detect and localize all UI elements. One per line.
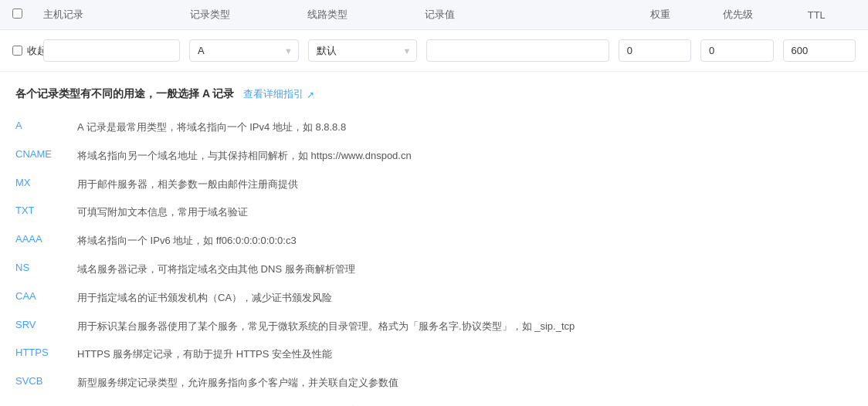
info-title-text: 各个记录类型有不同的用途，一般选择 A 记录 [15, 87, 234, 100]
record-type-info: 各个记录类型有不同的用途，一般选择 A 记录 查看详细指引 ↗ AA 记录是最常… [0, 72, 868, 406]
col-weight-header: 权重 [621, 8, 699, 22]
record-type-label[interactable]: AAAA [15, 227, 77, 255]
header-checkbox-col [12, 8, 43, 21]
record-type-desc: 用于指定发送邮件的服务器，是一种高效的反垃圾邮件解决方案 [77, 398, 853, 406]
type-select[interactable]: A CNAME MX TXT AAAA NS CAA SRV HTTPS SVC… [189, 39, 299, 62]
form-checkbox-col: 收起 [12, 44, 43, 58]
list-item: AAAA将域名指向一个 IPv6 地址，如 ff06:0:0:0:0:0:0:c… [15, 227, 853, 255]
list-item: TXT可填写附加文本信息，常用于域名验证 [15, 198, 853, 227]
add-record-form: 收起 A CNAME MX TXT AAAA NS CAA SRV HTTPS … [0, 30, 868, 72]
detail-link[interactable]: 查看详细指引 ↗ [243, 88, 314, 100]
record-type-desc: 新型服务绑定记录类型，允许服务指向多个客户端，并关联自定义参数值 [77, 369, 853, 398]
col-line-header: 线路类型 [307, 8, 425, 22]
host-input[interactable] [43, 39, 180, 62]
priority-input-col: 0 [700, 39, 782, 62]
record-type-label[interactable]: MX [15, 171, 77, 199]
select-all-checkbox[interactable] [12, 8, 22, 19]
col-priority-header: 优先级 [699, 8, 777, 22]
list-item: SRV用于标识某台服务器使用了某个服务，常见于微软系统的目录管理。格式为「服务名… [15, 313, 853, 341]
record-type-label[interactable]: SRV [15, 313, 77, 341]
ttl-input-col: 600 [783, 39, 856, 62]
list-item: MX用于邮件服务器，相关参数一般由邮件注册商提供 [15, 171, 853, 199]
record-value-input[interactable] [426, 39, 609, 62]
record-type-table: AA 记录是最常用类型，将域名指向一个 IPv4 地址，如 8.8.8.8CNA… [15, 113, 853, 406]
record-type-desc: 将域名指向另一个域名地址，与其保持相同解析，如 https://www.dnsp… [77, 142, 853, 171]
list-item: NS域名服务器记录，可将指定域名交由其他 DNS 服务商解析管理 [15, 255, 853, 284]
record-type-label[interactable]: CAA [15, 284, 77, 313]
info-title: 各个记录类型有不同的用途，一般选择 A 记录 查看详细指引 ↗ [15, 87, 853, 101]
table-header: 主机记录 记录类型 线路类型 记录值 权重 优先级 TTL [0, 0, 868, 30]
priority-input[interactable]: 0 [700, 39, 773, 62]
record-type-desc: 用于标识某台服务器使用了某个服务，常见于微软系统的目录管理。格式为「服务名字.协… [77, 313, 853, 341]
list-item: CAA用于指定域名的证书颁发机构（CA），减少证书颁发风险 [15, 284, 853, 313]
list-item: AA 记录是最常用类型，将域名指向一个 IPv4 地址，如 8.8.8.8 [15, 113, 853, 142]
form-row-checkbox[interactable] [12, 46, 22, 56]
list-item: CNAME将域名指向另一个域名地址，与其保持相同解析，如 https://www… [15, 142, 853, 171]
value-input-col [426, 39, 618, 62]
external-link-icon: ↗ [307, 90, 314, 100]
list-item: HTTPSHTTPS 服务绑定记录，有助于提升 HTTPS 安全性及性能 [15, 340, 853, 369]
ttl-input[interactable]: 600 [783, 39, 856, 62]
record-type-desc: 将域名指向一个 IPv6 地址，如 ff06:0:0:0:0:0:0:c3 [77, 227, 853, 255]
col-value-header: 记录值 [425, 8, 621, 22]
line-select-col: 默认 电信 联通 移动 境外 ▼ [308, 39, 427, 62]
record-type-label[interactable]: NS [15, 255, 77, 284]
record-type-desc: 用于指定域名的证书颁发机构（CA），减少证书颁发风险 [77, 284, 853, 313]
list-item: SPF用于指定发送邮件的服务器，是一种高效的反垃圾邮件解决方案 [15, 398, 853, 406]
record-type-desc: 可填写附加文本信息，常用于域名验证 [77, 198, 853, 227]
type-select-col: A CNAME MX TXT AAAA NS CAA SRV HTTPS SVC… [189, 39, 308, 62]
record-type-label[interactable]: HTTPS [15, 340, 77, 369]
detail-link-text: 查看详细指引 [243, 88, 303, 100]
line-select[interactable]: 默认 电信 联通 移动 境外 [308, 39, 418, 62]
record-type-label[interactable]: TXT [15, 198, 77, 227]
host-input-col [43, 39, 189, 62]
record-type-desc: 用于邮件服务器，相关参数一般由邮件注册商提供 [77, 171, 853, 199]
col-ttl-header: TTL [778, 9, 856, 21]
record-type-label[interactable]: A [15, 113, 77, 142]
weight-input[interactable]: 0 [619, 39, 691, 62]
record-type-label[interactable]: SPF [15, 398, 77, 406]
record-type-label[interactable]: SVCB [15, 369, 77, 398]
record-type-desc: HTTPS 服务绑定记录，有助于提升 HTTPS 安全性及性能 [77, 340, 853, 369]
col-type-header: 记录类型 [190, 8, 307, 22]
list-item: SVCB新型服务绑定记录类型，允许服务指向多个客户端，并关联自定义参数值 [15, 369, 853, 398]
weight-input-col: 0 [619, 39, 700, 62]
col-host-header: 主机记录 [43, 8, 190, 22]
record-type-desc: A 记录是最常用类型，将域名指向一个 IPv4 地址，如 8.8.8.8 [77, 113, 853, 142]
record-type-label[interactable]: CNAME [15, 142, 77, 171]
record-type-desc: 域名服务器记录，可将指定域名交由其他 DNS 服务商解析管理 [77, 255, 853, 284]
